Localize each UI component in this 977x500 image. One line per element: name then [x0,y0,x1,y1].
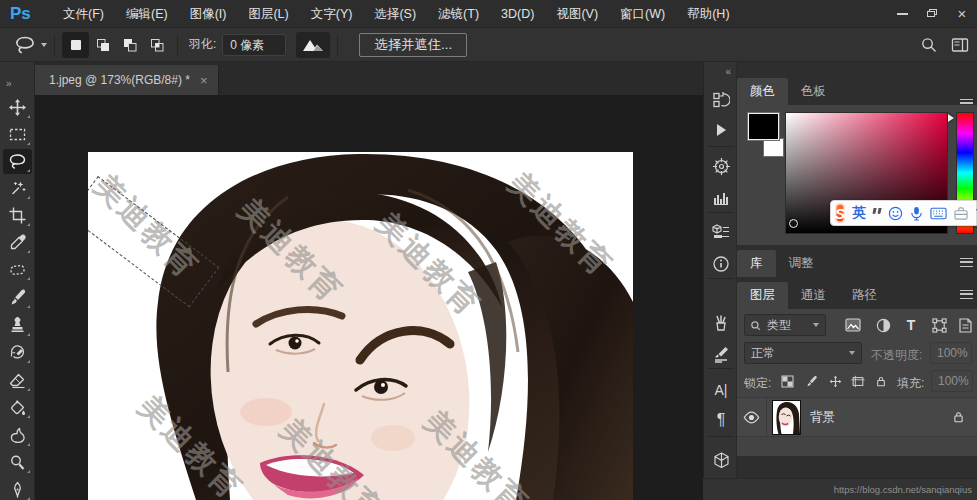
paragraph-panel-button[interactable]: ¶ [709,408,733,432]
layer-filter-type-select[interactable]: 类型 [744,314,826,336]
tool-smudge[interactable] [3,423,32,448]
tool-brush[interactable] [3,285,32,310]
ime-mic-icon[interactable] [910,206,923,221]
ime-toolbox-icon[interactable] [954,207,968,220]
character-panel-button[interactable]: A| [709,378,733,402]
tool-pen[interactable] [3,477,32,500]
lock-all-button[interactable] [871,371,891,391]
tool-paint-bucket[interactable] [3,395,32,420]
tab-adjustments[interactable]: 调整 [776,250,827,277]
tab-color[interactable]: 颜色 [737,78,788,105]
tab-channels[interactable]: 通道 [788,282,839,309]
foreground-color-swatch[interactable] [748,113,779,140]
new-selection-button[interactable] [62,32,89,58]
tool-lasso[interactable] [3,149,32,174]
restore-icon [927,9,938,18]
tool-eyedropper[interactable] [3,230,32,255]
menu-file[interactable]: 文件(F) [52,0,115,28]
history-brush-tool-icon [8,343,27,362]
canvas-area[interactable]: 美迪教育 美迪教育 美迪教育 美迪教育 美迪教育 美迪教育 美迪教育 [35,95,703,500]
tool-quick-selection[interactable] [3,176,32,201]
ime-punctuation-icon[interactable] [873,208,881,218]
filter-smart-objects-button[interactable] [955,315,975,335]
layer-thumbnail[interactable] [773,401,800,434]
tool-crop[interactable] [3,203,32,228]
tool-history-brush[interactable] [3,340,32,365]
layer-visibility-toggle[interactable] [737,397,767,437]
menu-help[interactable]: 帮助(H) [676,0,740,28]
document-tab[interactable]: 1.jpeg @ 173%(RGB/8#) * × [35,65,219,95]
tool-move[interactable] [3,95,32,120]
properties-panel-button[interactable] [709,220,733,244]
fill-select[interactable]: 100% [931,370,973,392]
intersect-selection-button[interactable] [143,32,170,58]
toolbar-collapse-icon[interactable]: » [6,78,11,89]
navigator-panel-button[interactable] [709,154,733,178]
search-icon[interactable] [920,36,937,53]
select-and-mask-button[interactable]: 选择并遮住... [359,33,467,57]
tool-rectangular-marquee[interactable] [3,122,32,147]
tool-eraser[interactable] [3,368,32,393]
document-image[interactable]: 美迪教育 美迪教育 美迪教育 美迪教育 美迪教育 美迪教育 美迪教育 [88,152,633,500]
actions-panel-button[interactable] [709,118,733,142]
minimize-button[interactable] [887,0,917,28]
lock-position-button[interactable] [825,371,845,391]
subtract-from-selection-button[interactable] [116,32,143,58]
middle-panel-menu-icon[interactable] [960,258,973,267]
brush-settings-panel-button[interactable] [709,342,733,366]
tool-spot-healing[interactable] [3,257,32,282]
artboard-icon [851,375,865,388]
tab-close-icon[interactable]: × [200,73,208,88]
menu-window[interactable]: 窗口(W) [609,0,676,28]
menu-layer[interactable]: 图层(L) [237,0,299,28]
history-panel-button[interactable] [709,88,733,112]
background-color-swatch[interactable] [764,139,783,156]
tab-swatches[interactable]: 色板 [788,78,839,105]
dock-collapse-icon[interactable]: « [725,66,730,77]
histogram-panel-button[interactable] [709,186,733,210]
menu-edit[interactable]: 编辑(E) [115,0,179,28]
ime-emoji-icon[interactable] [888,206,903,221]
opacity-select[interactable]: 100% [930,342,972,364]
hue-slider-thumb[interactable] [948,114,954,122]
close-button[interactable]: × [947,0,977,28]
lock-pixels-button[interactable] [801,371,821,391]
filter-pixel-layers-button[interactable] [843,315,863,335]
options-bar: 羽化: 0 像素 选择并遮住... [0,28,977,62]
sogou-logo[interactable]: S [835,203,845,223]
blend-mode-select[interactable]: 正常 [744,342,862,364]
filter-type-layers-button[interactable]: T [901,315,921,335]
menu-image[interactable]: 图像(I) [179,0,238,28]
info-panel-button[interactable] [709,252,733,276]
anti-alias-toggle[interactable] [296,32,330,58]
lock-artboard-button[interactable] [848,371,868,391]
tool-dodge[interactable] [3,450,32,475]
new-selection-icon [68,37,84,53]
menu-view[interactable]: 视图(V) [545,0,609,28]
tab-libraries[interactable]: 库 [737,250,776,277]
layer-lock-icon[interactable] [952,410,965,424]
menu-3d[interactable]: 3D(D) [490,0,545,28]
ime-language-toggle[interactable]: 英 [852,204,866,222]
add-to-selection-button[interactable] [89,32,116,58]
workspace-panel-icon[interactable] [951,37,969,53]
picker-cursor[interactable] [789,219,798,228]
filter-adjustment-layers-button[interactable] [873,315,893,335]
brushes-panel-button[interactable] [709,310,733,334]
3d-panel-button[interactable] [709,448,733,472]
lock-transparency-button[interactable] [777,371,797,391]
menu-filter[interactable]: 滤镜(T) [427,0,490,28]
menu-select[interactable]: 选择(S) [363,0,427,28]
tab-paths[interactable]: 路径 [839,282,890,309]
current-tool-preset[interactable] [14,34,47,56]
filter-shape-layers-button[interactable] [929,315,949,335]
tab-layers[interactable]: 图层 [737,282,788,309]
feather-input[interactable]: 0 像素 [222,34,286,56]
menu-type[interactable]: 文字(Y) [300,0,364,28]
ime-keyboard-icon[interactable] [930,207,947,220]
tool-clone-stamp[interactable] [3,313,32,338]
filter-search-icon [750,320,761,331]
restore-button[interactable] [917,0,947,28]
layers-panel-menu-icon[interactable] [960,290,973,299]
layer-row-background[interactable]: 背景 [737,397,977,437]
